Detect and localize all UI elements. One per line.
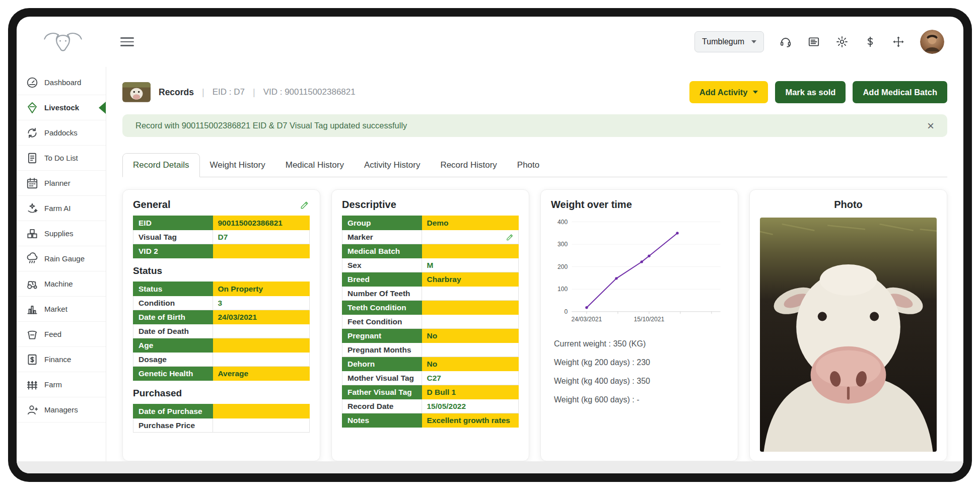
add-activity-button[interactable]: Add Activity bbox=[689, 81, 768, 103]
row-status: StatusOn Property bbox=[133, 282, 310, 296]
sidebar-item-label: Feed bbox=[44, 330, 61, 338]
footer-strip bbox=[17, 461, 963, 473]
tab-photo[interactable]: Photo bbox=[507, 153, 549, 177]
animal-thumbnail[interactable] bbox=[122, 82, 151, 102]
field-value bbox=[213, 353, 310, 367]
add-medical-batch-button[interactable]: Add Medical Batch bbox=[853, 81, 947, 103]
dollar-icon[interactable] bbox=[864, 35, 877, 48]
farm-selector[interactable]: Tumblegum bbox=[694, 31, 764, 52]
sidebar-item-label: To Do List bbox=[44, 154, 78, 162]
row-dehorn: DehornNo bbox=[342, 357, 519, 371]
field-value: D7 bbox=[213, 230, 310, 244]
animal-photo[interactable] bbox=[760, 218, 937, 452]
field-value: Demo bbox=[422, 216, 519, 230]
sidebar-item-managers[interactable]: Managers bbox=[17, 397, 106, 423]
sidebar-item-machine[interactable]: Machine bbox=[17, 271, 106, 297]
topbar-actions: Tumblegum bbox=[694, 30, 944, 54]
field-value bbox=[422, 301, 519, 315]
field-value: On Property bbox=[213, 282, 310, 296]
row-purchase-price: Purchase Price bbox=[133, 418, 310, 433]
field-label: Number Of Teeth bbox=[342, 287, 422, 301]
record-actions: Add Activity Mark as sold Add Medical Ba… bbox=[689, 81, 947, 103]
dashboard-icon bbox=[26, 76, 39, 89]
general-card: General EID900115002386821Visual TagD7VI… bbox=[122, 189, 320, 461]
field-label: Age bbox=[133, 338, 213, 353]
sidebar-item-finance[interactable]: Finance bbox=[17, 347, 106, 372]
sidebar-item-label: Market bbox=[44, 305, 67, 313]
tab-record-details[interactable]: Record Details bbox=[122, 153, 200, 177]
field-label: Feet Condition bbox=[342, 315, 422, 329]
field-value bbox=[213, 338, 310, 353]
news-icon[interactable] bbox=[807, 35, 820, 48]
data-table: Date of PurchasePurchase Price bbox=[133, 404, 310, 433]
sidebar-item-feed[interactable]: Feed bbox=[17, 322, 106, 347]
sidebar-item-farm[interactable]: Farm bbox=[17, 372, 106, 397]
sidebar-item-label: Livestock bbox=[44, 103, 79, 112]
sidebar-item-supplies[interactable]: Supplies bbox=[17, 221, 106, 246]
row-date-of-death: Date of Death bbox=[133, 324, 310, 338]
field-value: Excellent growth rates bbox=[422, 413, 519, 428]
weight-stat: Weight (kg 400 days) : 350 bbox=[554, 377, 728, 386]
field-label: Mother Visual Tag bbox=[342, 371, 422, 385]
svg-text:100: 100 bbox=[557, 286, 568, 293]
sidebar-item-planner[interactable]: Planner bbox=[17, 171, 106, 196]
sidebar-item-paddocks[interactable]: Paddocks bbox=[17, 120, 106, 146]
alert-message: Record with 900115002386821 EID & D7 Vis… bbox=[135, 121, 407, 130]
row-medical-batch: Medical Batch bbox=[342, 244, 519, 258]
sidebar-item-rain-gauge[interactable]: Rain Gauge bbox=[17, 246, 106, 271]
settings-icon[interactable] bbox=[835, 35, 849, 48]
field-label: EID bbox=[133, 216, 213, 230]
row-dosage: Dosage bbox=[133, 353, 310, 367]
field-value bbox=[213, 244, 310, 258]
tab-record-history[interactable]: Record History bbox=[430, 153, 507, 177]
sidebar-item-label: Machine bbox=[44, 279, 73, 288]
mark-as-sold-button[interactable]: Mark as sold bbox=[775, 81, 846, 103]
row-date-of-birth: Date of Birth24/03/2021 bbox=[133, 310, 310, 324]
field-value: 900115002386821 bbox=[213, 216, 310, 230]
menu-toggle-icon[interactable] bbox=[120, 37, 134, 46]
field-value bbox=[422, 244, 519, 258]
field-value: D Bull 1 bbox=[422, 385, 519, 399]
separator: | bbox=[253, 87, 255, 98]
support-icon[interactable] bbox=[779, 35, 792, 48]
row-date-of-purchase: Date of Purchase bbox=[133, 404, 310, 418]
svg-text:0: 0 bbox=[565, 308, 568, 315]
finance-icon bbox=[26, 353, 39, 366]
sidebar-item-dashboard[interactable]: Dashboard bbox=[17, 70, 106, 95]
row-record-date: Record Date15/05/2022 bbox=[342, 399, 519, 413]
sidebar-item-label: Farm AI bbox=[44, 204, 71, 213]
page-title: Records bbox=[159, 87, 194, 98]
user-avatar[interactable] bbox=[920, 30, 944, 54]
tab-weight-history[interactable]: Weight History bbox=[200, 153, 275, 177]
field-value: No bbox=[422, 357, 519, 371]
farm-icon bbox=[26, 378, 39, 391]
field-value bbox=[422, 230, 519, 244]
cards-row: General EID900115002386821Visual TagD7VI… bbox=[122, 189, 947, 461]
farm-ai-icon bbox=[26, 202, 39, 215]
tab-medical-history[interactable]: Medical History bbox=[275, 153, 354, 177]
sidebar-item-label: Rain Gauge bbox=[44, 254, 85, 263]
farm-selector-value: Tumblegum bbox=[702, 37, 744, 46]
field-value: Charbray bbox=[422, 272, 519, 287]
card-title-photo: Photo bbox=[760, 199, 937, 211]
sidebar-item-market[interactable]: Market bbox=[17, 297, 106, 322]
sidebar-item-livestock[interactable]: Livestock bbox=[17, 95, 106, 120]
row-number-of-teeth: Number Of Teeth bbox=[342, 287, 519, 301]
descriptive-table: GroupDemoMarkerMedical BatchSexMBreedCha… bbox=[342, 216, 519, 428]
alert-close-button[interactable]: × bbox=[927, 120, 934, 132]
todo-icon bbox=[26, 152, 39, 165]
svg-text:200: 200 bbox=[557, 263, 568, 270]
card-title-weight: Weight over time bbox=[551, 199, 728, 211]
data-table: EID900115002386821Visual TagD7VID 2 bbox=[133, 216, 310, 258]
market-icon bbox=[26, 303, 39, 316]
row-condition: Condition3 bbox=[133, 296, 310, 310]
sidebar-item-farm-ai[interactable]: Farm AI bbox=[17, 196, 106, 221]
field-value: M bbox=[422, 258, 519, 272]
sidebar-item-to-do-list[interactable]: To Do List bbox=[17, 146, 106, 171]
fullscreen-icon[interactable] bbox=[892, 35, 905, 48]
edit-icon[interactable] bbox=[506, 233, 514, 241]
tab-activity-history[interactable]: Activity History bbox=[354, 153, 430, 177]
section-heading-purchased: Purchased bbox=[133, 388, 310, 399]
edit-icon[interactable] bbox=[300, 200, 310, 210]
field-value bbox=[213, 324, 310, 338]
